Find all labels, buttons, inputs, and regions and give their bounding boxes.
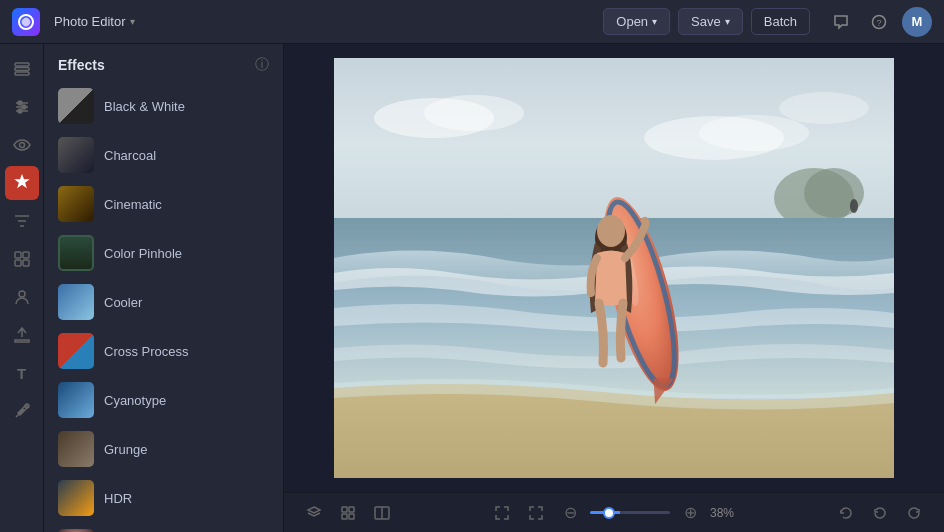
svg-rect-15 (15, 260, 21, 266)
effect-label-cross-process: Cross Process (104, 344, 189, 359)
sidebar-export-button[interactable] (5, 318, 39, 352)
effect-label-hdr: HDR (104, 491, 132, 506)
app-header: Photo Editor ▾ Open ▾ Save ▾ Batch ? M (0, 0, 944, 44)
header-icons: ? M (826, 7, 932, 37)
svg-rect-35 (342, 507, 347, 512)
effect-item-holga-art[interactable]: Holga Art (50, 523, 277, 532)
effects-list: Black & WhiteCharcoalCinematicColor Pinh… (44, 82, 283, 532)
app-logo (12, 8, 40, 36)
effect-item-cinematic[interactable]: Cinematic (50, 180, 277, 228)
svg-point-11 (18, 109, 22, 113)
sidebar-history-button[interactable] (5, 242, 39, 276)
effect-item-cooler[interactable]: Cooler (50, 278, 277, 326)
svg-point-22 (424, 95, 524, 131)
effect-label-cyanotype: Cyanotype (104, 393, 166, 408)
effect-thumb-cinematic (58, 186, 94, 222)
icon-sidebar: T (0, 44, 44, 532)
zoom-in-button[interactable]: ⊕ (676, 499, 704, 527)
zoom-slider[interactable] (590, 511, 670, 514)
effect-item-grunge[interactable]: Grunge (50, 425, 277, 473)
effect-item-hdr[interactable]: HDR (50, 474, 277, 522)
svg-point-7 (18, 101, 22, 105)
svg-point-28 (850, 199, 858, 213)
effect-thumb-cyanotype (58, 382, 94, 418)
canvas-left-tools (300, 499, 396, 527)
redo-button[interactable] (900, 499, 928, 527)
effect-label-grunge: Grunge (104, 442, 147, 457)
effect-thumb-grunge (58, 431, 94, 467)
svg-rect-16 (23, 260, 29, 266)
app-title-chevron-icon: ▾ (130, 16, 135, 27)
svg-rect-13 (15, 252, 21, 258)
effect-thumb-color-pinhole (58, 235, 94, 271)
effect-item-cross-process[interactable]: Cross Process (50, 327, 277, 375)
sidebar-visibility-button[interactable] (5, 128, 39, 162)
effect-label-color-pinhole: Color Pinhole (104, 246, 182, 261)
save-chevron-icon: ▾ (725, 16, 730, 27)
sidebar-people-button[interactable] (5, 280, 39, 314)
effect-label-charcoal: Charcoal (104, 148, 156, 163)
effect-label-black-white: Black & White (104, 99, 185, 114)
chat-icon-button[interactable] (826, 7, 856, 37)
sidebar-adjustments-button[interactable] (5, 90, 39, 124)
effect-item-color-pinhole[interactable]: Color Pinhole (50, 229, 277, 277)
svg-point-34 (597, 215, 625, 247)
open-chevron-icon: ▾ (652, 16, 657, 27)
svg-rect-37 (342, 514, 347, 519)
effect-thumb-black-white (58, 88, 94, 124)
effect-item-cyanotype[interactable]: Cyanotype (50, 376, 277, 424)
canvas-right-tools (832, 499, 928, 527)
open-button[interactable]: Open ▾ (603, 8, 670, 35)
sidebar-layers-button[interactable] (5, 52, 39, 86)
app-title-text: Photo Editor (54, 14, 126, 29)
zoom-percent: 38% (710, 506, 740, 520)
svg-point-24 (699, 115, 809, 151)
sidebar-text-button[interactable]: T (5, 356, 39, 390)
svg-rect-38 (349, 514, 354, 519)
photo-canvas (334, 58, 894, 478)
effect-thumb-charcoal (58, 137, 94, 173)
effects-header: Effects ⓘ (44, 44, 283, 82)
zoom-controls: ⊖ ⊕ 38% (488, 499, 740, 527)
user-avatar[interactable]: M (902, 7, 932, 37)
svg-point-12 (19, 143, 24, 148)
sidebar-filters-button[interactable] (5, 204, 39, 238)
sidebar-effects-button[interactable] (5, 166, 39, 200)
main-content: T Effects ⓘ Black & WhiteCharcoalCinemat… (0, 44, 944, 532)
svg-rect-4 (15, 68, 29, 71)
effect-item-charcoal[interactable]: Charcoal (50, 131, 277, 179)
canvas-area: ⊖ ⊕ 38% (284, 44, 944, 532)
svg-rect-14 (23, 252, 29, 258)
effects-panel: Effects ⓘ Black & WhiteCharcoalCinematic… (44, 44, 284, 532)
canvas-main[interactable] (284, 44, 944, 492)
canvas-toolbar: ⊖ ⊕ 38% (284, 492, 944, 532)
grid-view-button[interactable] (334, 499, 362, 527)
svg-rect-5 (15, 72, 29, 75)
svg-rect-3 (15, 63, 29, 66)
layers-view-button[interactable] (300, 499, 328, 527)
info-icon[interactable]: ⓘ (255, 56, 269, 74)
effect-thumb-cooler (58, 284, 94, 320)
effect-item-black-white[interactable]: Black & White (50, 82, 277, 130)
rotate-ccw-button[interactable] (832, 499, 860, 527)
save-button[interactable]: Save ▾ (678, 8, 743, 35)
effects-title: Effects (58, 57, 105, 73)
app-title-button[interactable]: Photo Editor ▾ (48, 10, 141, 33)
batch-button[interactable]: Batch (751, 8, 810, 35)
compare-view-button[interactable] (368, 499, 396, 527)
effect-label-cinematic: Cinematic (104, 197, 162, 212)
svg-rect-36 (349, 507, 354, 512)
effect-thumb-hdr (58, 480, 94, 516)
zoom-out-button[interactable]: ⊖ (556, 499, 584, 527)
svg-point-25 (779, 92, 869, 124)
svg-point-9 (22, 105, 26, 109)
effect-label-cooler: Cooler (104, 295, 142, 310)
help-icon-button[interactable]: ? (864, 7, 894, 37)
svg-point-17 (19, 291, 25, 297)
sidebar-tools-button[interactable] (5, 394, 39, 428)
expand-button[interactable] (522, 499, 550, 527)
photo-svg (334, 58, 894, 478)
effect-thumb-cross-process (58, 333, 94, 369)
fit-canvas-button[interactable] (488, 499, 516, 527)
undo-button[interactable] (866, 499, 894, 527)
